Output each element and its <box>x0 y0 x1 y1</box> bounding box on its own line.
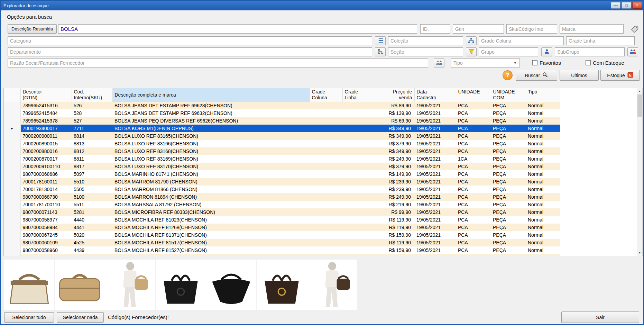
column-header-preco[interactable]: Preço de venda <box>379 88 414 102</box>
table-row[interactable]: 98070000589534474BOLSA MOCHILA REF 81739… <box>4 254 560 256</box>
column-header-sku[interactable]: Cód. Interno(SKU) <box>72 88 112 102</box>
cell-indicator <box>4 186 20 193</box>
column-header-data_cadastro[interactable]: Data Cadastro <box>414 88 456 102</box>
cell-sku: 4441 <box>72 224 112 231</box>
table-row[interactable]: 98070000589604439BOLSA MOCHILA REF 81527… <box>4 246 560 254</box>
categoria-input[interactable] <box>8 36 372 45</box>
product-thumbnail-bolsa-preta-dobrada[interactable] <box>206 260 256 310</box>
colecao-input[interactable] <box>388 36 463 45</box>
column-header-unidade[interactable]: UNIDADE <box>456 88 491 102</box>
select-all-button[interactable]: Selecionar tudo <box>4 312 54 323</box>
grade-linha-input[interactable] <box>566 36 635 45</box>
table-row[interactable]: 7899652415484528BOLSA JEANS DET ESTAMP R… <box>4 109 560 117</box>
departamento-picker-button[interactable] <box>375 47 386 56</box>
cell-indicator <box>4 155 20 163</box>
column-header-unidade_com[interactable]: UNIDADE COM. <box>491 88 526 102</box>
cell-data_cadastro: 19/05/2021 <box>414 193 456 201</box>
minimize-button[interactable]: — <box>611 2 620 9</box>
select-none-button[interactable]: Selecionar nada <box>57 312 104 323</box>
grupo-input[interactable] <box>479 47 538 56</box>
cell-unidade_com: PEÇA <box>491 216 526 224</box>
table-row[interactable]: 98070000711435281BOLSA MICROFIBRA REF 80… <box>4 208 560 216</box>
table-row[interactable]: 70002008700178811BOLSA LUXO REF 83169(CH… <box>4 155 560 163</box>
cell-indicator <box>4 102 20 109</box>
close-button[interactable]: × <box>632 2 642 9</box>
gtin-input[interactable] <box>453 24 504 34</box>
colecao-picker-button[interactable] <box>466 36 477 45</box>
departamento-input[interactable] <box>8 47 372 56</box>
column-header-grade_linha[interactable]: Grade Linha <box>342 88 379 102</box>
table-row[interactable]: 70002008900158813BOLSA LUXO REF 83166(CH… <box>4 140 560 147</box>
table-row[interactable]: ►70001934000177711BOLSA KORS M1(DENIN OP… <box>4 125 560 132</box>
scroll-up-button[interactable]: ▲ <box>637 88 642 94</box>
table-row[interactable]: 7899652415378527BOLSA JEANS PEQ DIVERSAS… <box>4 117 560 125</box>
table-row[interactable]: 98070000672455020BOLSA MOCHILA REF 81371… <box>4 231 560 239</box>
cell-grade_coluna <box>310 109 342 117</box>
cell-preco: R$ 379,90 <box>379 140 414 147</box>
ultimos-button[interactable]: Últimos <box>560 70 599 81</box>
table-row[interactable]: 70002009000118814BOLSA LUXO REF 83165(CH… <box>4 132 560 140</box>
maximize-button[interactable]: □ <box>622 2 631 9</box>
results-grid[interactable]: Descritor (GTIN)Cód. Interno(SKU)Descriç… <box>3 88 637 256</box>
table-row[interactable]: 700017817001105511BOLSA MARSSALA 81792 (… <box>4 201 560 208</box>
favoritos-checkbox[interactable]: Favoritos <box>532 60 561 66</box>
cell-desc: BOLSA LUXO REF 83168(CHENSON) <box>112 147 310 155</box>
table-row[interactable]: 98070000686865097BOLSA MARINHO 81741 (CH… <box>4 170 560 178</box>
column-header-tipo[interactable]: Tipo <box>526 88 560 102</box>
scroll-thumb[interactable] <box>637 94 642 117</box>
fornecedor-input[interactable] <box>8 58 428 67</box>
marca-input[interactable] <box>560 24 624 34</box>
descricao-input[interactable] <box>58 24 417 34</box>
product-thumbnail-bolsa-bege[interactable] <box>4 260 54 310</box>
grade-coluna-input[interactable] <box>479 36 564 45</box>
subgrupo-input[interactable] <box>555 47 625 56</box>
cell-tipo: Normal <box>526 147 560 155</box>
cell-grade_linha <box>342 201 379 208</box>
search-icon <box>542 72 548 79</box>
com-estoque-checkbox[interactable]: Com Estoque <box>586 60 624 66</box>
product-thumbnail-bolsa-preta-tote[interactable] <box>156 260 206 310</box>
fornecedor-picker-button[interactable] <box>434 58 444 67</box>
table-row[interactable]: 700020091001108817BOLSA LUXO REF 83170(C… <box>4 163 560 170</box>
cell-sku: 528 <box>72 109 112 117</box>
estoque-button[interactable]: Estoque E <box>600 70 640 81</box>
titlebar[interactable]: Explorador do estoque — □ × <box>1 1 643 10</box>
product-thumbnail-bolsa-dourada[interactable] <box>55 260 105 310</box>
cell-grade_coluna <box>310 132 342 140</box>
cell-unidade_com: PEÇA <box>491 239 526 246</box>
table-row[interactable]: 98070000589774440BOLSA MOCHILA REF 81023… <box>4 216 560 224</box>
product-thumbnail-bolsa-marrom-tote[interactable] <box>257 260 307 310</box>
categoria-picker-button[interactable] <box>375 36 386 45</box>
column-header-gtin[interactable]: Descritor (GTIN) <box>20 88 72 102</box>
table-row[interactable]: 70002008800168812BOLSA LUXO REF 83168(CH… <box>4 147 560 155</box>
table-row[interactable]: 98070000601094525BOLSA MOCHILA REF 81517… <box>4 239 560 246</box>
cell-grade_coluna <box>310 125 342 132</box>
descricao-resumida-button[interactable]: Descrição Resumida <box>8 24 57 34</box>
cell-desc: BOLSA LUXO REF 83170(CHENSON) <box>112 163 310 170</box>
cell-tipo: Normal <box>526 178 560 186</box>
vertical-scrollbar[interactable]: ▲ ▼ <box>637 88 643 256</box>
product-thumbnail-modelo-bolsa-bege[interactable] <box>105 260 155 310</box>
secao-filter-button[interactable] <box>466 47 477 56</box>
column-header-desc[interactable]: Descrição completa e marca <box>112 88 310 102</box>
tag-icon[interactable] <box>629 25 639 33</box>
secao-input[interactable] <box>388 47 463 56</box>
grupo-picker-button[interactable] <box>541 47 552 56</box>
table-row[interactable]: 98070000687305100BOLSA MARRON 81894 (CHE… <box>4 193 560 201</box>
buscar-button[interactable]: Buscar <box>516 70 557 81</box>
scroll-down-button[interactable]: ▼ <box>637 250 642 256</box>
table-row[interactable]: 70001781600115510BOLSA MARROM 81790 (CHE… <box>4 178 560 186</box>
subgrupo-picker-button[interactable] <box>627 47 638 56</box>
column-header-grade_coluna[interactable]: Grade Coluna <box>310 88 342 102</box>
id-input[interactable] <box>420 24 450 34</box>
tipo-select[interactable]: Tipo ▼ <box>451 58 520 67</box>
column-header-indicator[interactable] <box>4 88 20 102</box>
sku-input[interactable] <box>506 24 557 34</box>
sair-button[interactable]: Sair <box>561 312 639 323</box>
table-row[interactable]: 98070000589844441BOLSA MOCHILA REF 81268… <box>4 224 560 231</box>
table-row[interactable]: 70001781300145505BOLSA MARROM 81866 (CHE… <box>4 186 560 193</box>
help-button[interactable]: ? <box>503 70 513 80</box>
product-thumbnail-modelo-bolsa-marrom[interactable] <box>307 260 357 310</box>
cell-sku: 5511 <box>72 201 112 208</box>
table-row[interactable]: 7899652415316526BOLSA JEANS DET ESTAMP R… <box>4 102 560 109</box>
